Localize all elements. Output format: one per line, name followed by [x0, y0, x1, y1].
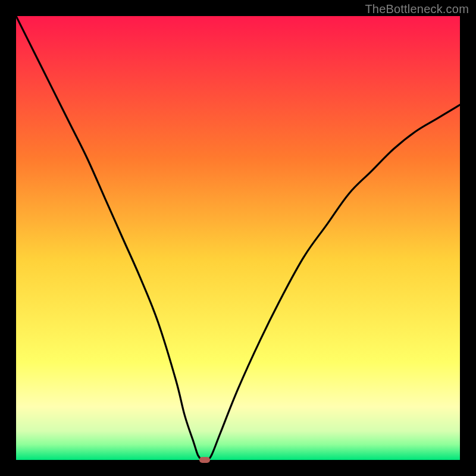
chart-frame	[16, 16, 460, 460]
watermark-text: TheBottleneck.com	[365, 2, 469, 16]
gradient-background	[16, 16, 460, 460]
optimal-point-marker	[199, 457, 210, 463]
bottleneck-plot	[16, 16, 460, 460]
